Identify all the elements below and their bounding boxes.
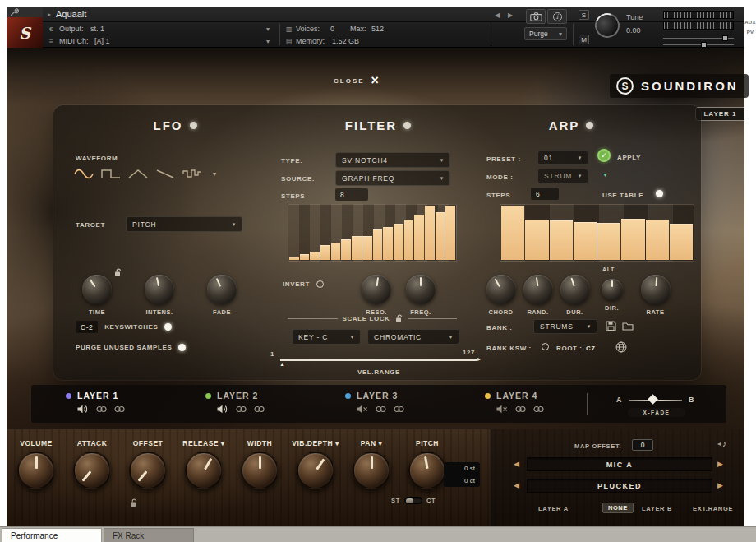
knob-dial[interactable] [297, 452, 334, 489]
knob-dial[interactable] [241, 452, 279, 489]
arp-root-value[interactable]: C7 [586, 345, 595, 352]
link-icon[interactable] [236, 405, 247, 413]
articulation-next-button[interactable]: ▶ [717, 481, 723, 489]
knob-dial[interactable] [408, 452, 446, 489]
knob-dial[interactable] [207, 275, 237, 304]
knob-dial[interactable] [185, 452, 223, 489]
knob-intens[interactable]: INTENS. [128, 275, 191, 316]
xfade-slider[interactable] [629, 400, 682, 401]
arp-steps-value[interactable]: 6 [531, 188, 559, 200]
volume-slider-handle[interactable] [722, 35, 728, 41]
knob-volume[interactable]: VOLUME [8, 439, 64, 489]
filter-step-graph[interactable] [288, 204, 457, 262]
knob-vib-depth[interactable]: VIB.DEPTH ▾ [288, 439, 343, 489]
close-button[interactable]: CLOSE × [334, 76, 379, 86]
tab-performance[interactable]: Performance [2, 528, 102, 542]
mic-next-button[interactable]: ▶ [717, 460, 723, 468]
max-voices-value[interactable]: 512 [371, 25, 384, 33]
step-bar[interactable] [425, 206, 435, 260]
knob-dial[interactable] [560, 275, 590, 304]
link-icon[interactable] [114, 405, 125, 413]
arp-power-led[interactable] [586, 122, 593, 129]
pan-slider-handle[interactable] [701, 42, 707, 48]
knob-dial[interactable] [73, 452, 111, 489]
vel-range-slider[interactable]: ▲ ▸ [280, 357, 477, 365]
step-bar[interactable] [646, 220, 669, 260]
load-bank-folder-icon[interactable] [622, 322, 634, 331]
link-icon[interactable] [376, 405, 386, 413]
knob-chord[interactable]: CHORD [482, 275, 519, 316]
step-bar[interactable] [352, 236, 362, 260]
knob-dial[interactable] [406, 275, 436, 304]
knob-dial[interactable] [641, 275, 671, 304]
layer-item-4[interactable]: LAYER 4 [485, 391, 608, 414]
knob-dur[interactable]: DUR. [556, 275, 593, 316]
speaker-muted-icon[interactable] [357, 405, 368, 414]
knob-dial[interactable] [145, 275, 174, 304]
tab-fx-rack[interactable]: FX Rack [104, 528, 194, 542]
layer-tab[interactable]: LAYER 1 [695, 107, 744, 121]
step-bar[interactable] [331, 243, 341, 260]
solo-button[interactable]: S [579, 10, 589, 20]
vel-range-handle[interactable]: ▲ [279, 361, 285, 367]
layer-item-1[interactable]: LAYER 1 [66, 391, 189, 414]
keyswitches-led[interactable] [164, 323, 172, 331]
speaker-muted-icon[interactable] [496, 405, 508, 414]
arp-mode-select[interactable]: STRUM ▾ [537, 169, 588, 183]
knob-pan[interactable]: PAN ▾ [343, 439, 399, 489]
step-bar[interactable] [501, 206, 524, 260]
step-bar[interactable] [310, 252, 320, 260]
speaker-icon[interactable] [217, 405, 228, 414]
step-bar[interactable] [670, 224, 693, 260]
knob-attack[interactable]: ATTACK [64, 439, 120, 489]
aux-button[interactable]: AUX [744, 20, 756, 25]
step-bar[interactable] [404, 220, 414, 260]
knob-reso[interactable]: RESO. [354, 275, 399, 316]
link-icon[interactable] [515, 405, 526, 413]
speaker-icon[interactable] [77, 405, 89, 414]
link-icon[interactable] [394, 405, 404, 413]
instrument-title[interactable]: Aquaalt [56, 9, 86, 19]
lock-icon[interactable] [130, 498, 137, 507]
vel-range-track[interactable] [280, 359, 477, 361]
link-icon[interactable] [533, 405, 544, 413]
knob-dial[interactable] [82, 275, 112, 304]
step-bar[interactable] [597, 223, 620, 260]
knob-fade[interactable]: FADE [191, 275, 253, 316]
layer-item-3[interactable]: LAYER 3 [345, 391, 468, 414]
scale-type-select[interactable]: CHROMATIC ▾ [367, 329, 459, 345]
bank-ksw-led[interactable] [542, 343, 549, 350]
knob-dial[interactable] [353, 452, 390, 489]
arp-step-table[interactable] [500, 204, 694, 262]
arp-preset-select[interactable]: 01 ▾ [537, 151, 588, 165]
toggle-knob[interactable] [406, 498, 413, 504]
filter-power-led[interactable] [403, 122, 411, 129]
midi-dropdown-icon[interactable]: ▾ [266, 38, 270, 45]
mute-button[interactable]: M [579, 35, 589, 44]
knob-release[interactable]: RELEASE ▾ [176, 439, 232, 489]
instrument-tools-bar[interactable] [7, 7, 43, 17]
use-table-led[interactable] [656, 190, 663, 197]
knob-width[interactable]: WIDTH [232, 439, 288, 489]
step-bar[interactable] [373, 229, 383, 260]
info-button[interactable]: i [547, 9, 567, 24]
waveform-triangle-icon[interactable] [128, 168, 148, 180]
output-value[interactable]: st. 1 [90, 25, 104, 33]
purge-unused-led[interactable] [178, 344, 186, 351]
step-bar[interactable] [320, 245, 330, 260]
step-bar[interactable] [436, 212, 445, 260]
waveform-random-icon[interactable] [182, 168, 202, 180]
step-bar[interactable] [300, 254, 310, 260]
arp-bank-select[interactable]: STRUMS ▾ [533, 319, 597, 334]
scale-key-select[interactable]: KEY - C ▾ [292, 329, 361, 345]
knob-dial[interactable] [362, 275, 391, 304]
midi-channel-value[interactable]: [A] 1 [94, 37, 110, 45]
snapshot-camera-button[interactable] [526, 9, 546, 24]
articulation-selector[interactable]: PLUCKED [527, 479, 712, 493]
waveform-dropdown-icon[interactable]: ▾ [213, 170, 216, 178]
keyswitch-key-box[interactable]: C-2 [76, 321, 98, 333]
pv-button[interactable]: PV [744, 30, 756, 35]
tune-knob[interactable] [591, 9, 624, 42]
step-bar[interactable] [362, 236, 372, 260]
link-icon[interactable] [254, 405, 265, 413]
